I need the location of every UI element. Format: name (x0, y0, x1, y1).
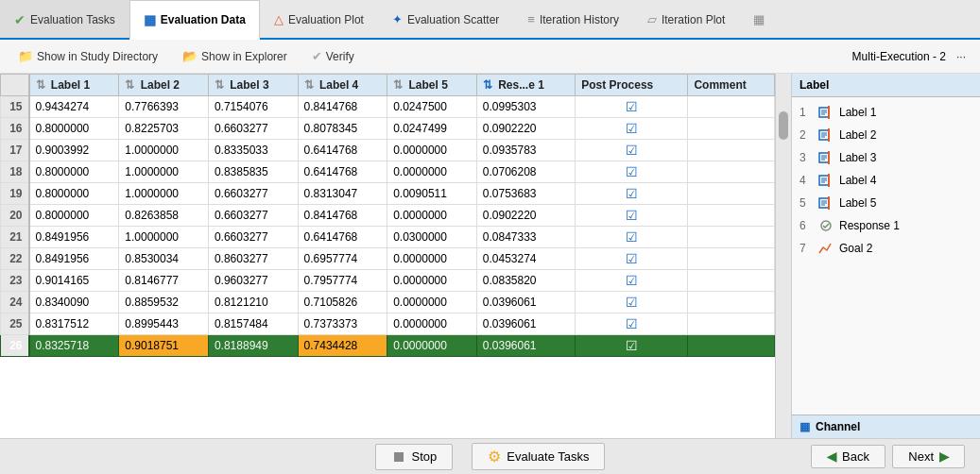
col-header-label1[interactable]: ⇅ Label 1 (29, 75, 119, 96)
comment-cell (688, 270, 775, 292)
panel-item-label-3[interactable]: 3Label 3 (792, 146, 980, 169)
cell-col-5: 0.0847333 (476, 227, 575, 248)
channel-panel[interactable]: ▦ Channel (792, 415, 980, 438)
cell-col-4: 0.0247499 (387, 118, 477, 140)
next-button[interactable]: Next ▶ (892, 445, 965, 468)
back-button[interactable]: ◀ Back (811, 445, 885, 468)
label-panel-header: Label (792, 74, 980, 97)
table-row[interactable]: 200.80000000.82638580.66032770.84147680.… (1, 205, 775, 227)
cell-col-2: 0.6603277 (208, 183, 298, 205)
post-process-checkbox[interactable]: ☑ (576, 140, 688, 161)
col-header-label4[interactable]: ⇅ Label 4 (298, 75, 387, 96)
evaluate-tasks-button[interactable]: ⚙ Evaluate Tasks (472, 443, 605, 470)
post-process-checkbox[interactable]: ☑ (576, 248, 688, 270)
tab-iteration-history[interactable]: ≡ Iteration History (513, 0, 633, 38)
cell-col-4: 0.0000000 (387, 248, 477, 270)
check-icon: ☑ (626, 338, 638, 353)
post-process-checkbox[interactable]: ☑ (576, 205, 688, 227)
post-process-checkbox[interactable]: ☑ (576, 335, 688, 357)
tab-evaluation-plot[interactable]: △ Evaluation Plot (260, 0, 378, 38)
tab-bar: ✔ Evaluation Tasks ▦ Evaluation Data △ E… (0, 0, 980, 40)
panel-item-number: 7 (799, 242, 813, 255)
table-row[interactable]: 150.94342740.77663930.71540760.84147680.… (1, 96, 775, 118)
tab-evaluation-scatter[interactable]: ✦ Evaluation Scatter (378, 0, 513, 38)
panel-item-response-1[interactable]: 6Response 1 (792, 214, 980, 237)
cell-col-3: 0.6414768 (298, 140, 387, 161)
cell-col-5: 0.0396061 (476, 292, 575, 313)
comment-cell (688, 161, 775, 183)
cell-col-3: 0.6414768 (298, 161, 387, 183)
table-row[interactable]: 210.84919561.00000000.66032770.64147680.… (1, 227, 775, 248)
cell-col-4: 0.0000000 (387, 335, 477, 357)
tab-extra[interactable]: ▦ (739, 0, 779, 38)
panel-item-label-4[interactable]: 4Label 4 (792, 169, 980, 192)
col-header-label5[interactable]: ⇅ Label 5 (387, 75, 477, 96)
post-process-checkbox[interactable]: ☑ (576, 292, 688, 313)
post-process-checkbox[interactable]: ☑ (576, 227, 688, 248)
cell-col-2: 0.8157484 (208, 313, 298, 335)
vertical-scrollbar[interactable] (776, 74, 791, 438)
show-explorer-button[interactable]: 📂 Show in Explorer (174, 46, 296, 66)
cell-col-1: 0.8530034 (119, 248, 209, 270)
panel-item-icon (818, 105, 834, 120)
table-row[interactable]: 230.90141650.81467770.96032770.79577740.… (1, 270, 775, 292)
panel-item-label-2[interactable]: 2Label 2 (792, 124, 980, 146)
tab-evaluation-data[interactable]: ▦ Evaluation Data (129, 0, 260, 40)
check-icon: ☑ (626, 99, 638, 114)
post-process-checkbox[interactable]: ☑ (576, 118, 688, 140)
panel-item-label: Label 4 (839, 174, 876, 187)
post-process-checkbox[interactable]: ☑ (576, 161, 688, 183)
tab-evaluation-tasks[interactable]: ✔ Evaluation Tasks (0, 0, 129, 38)
check-icon: ☑ (626, 164, 638, 179)
cell-col-2: 0.8335033 (208, 140, 298, 161)
row-number: 20 (1, 205, 29, 227)
panel-item-label: Response 1 (839, 219, 900, 232)
panel-item-label-5[interactable]: 5Label 5 (792, 192, 980, 214)
col-header-postprocess[interactable]: Post Process (576, 75, 688, 96)
col-header-comment[interactable]: Comment (688, 75, 775, 96)
post-process-checkbox[interactable]: ☑ (576, 270, 688, 292)
table-row[interactable]: 190.80000001.00000000.66032770.83130470.… (1, 183, 775, 205)
tab-iteration-plot[interactable]: ▱ Iteration Plot (633, 0, 739, 38)
col-header-res1[interactable]: ⇅ Res...e 1 (476, 75, 575, 96)
check-icon: ☑ (626, 143, 638, 158)
check-icon: ☑ (626, 251, 638, 266)
table-row[interactable]: 220.84919560.85300340.86032770.69577740.… (1, 248, 775, 270)
table-row[interactable]: 160.80000000.82257030.66032770.80783450.… (1, 118, 775, 140)
scrollbar-thumb[interactable] (779, 111, 788, 140)
panel-item-label-1[interactable]: 1Label 1 (792, 101, 980, 124)
tab-label: Evaluation Plot (288, 13, 364, 26)
comment-cell (688, 227, 775, 248)
table-row[interactable]: 260.83257180.90187510.81889490.74344280.… (1, 335, 775, 357)
post-process-checkbox[interactable]: ☑ (576, 313, 688, 335)
cell-col-3: 0.7105826 (298, 292, 387, 313)
tab-label: Evaluation Tasks (30, 13, 115, 26)
verify-button[interactable]: ✔ Verify (303, 46, 363, 66)
cell-col-3: 0.7373373 (298, 313, 387, 335)
post-process-checkbox[interactable]: ☑ (576, 183, 688, 205)
multi-exec-label: Multi-Execution - 2 (852, 50, 946, 63)
table-row[interactable]: 240.83400900.88595320.81212100.71058260.… (1, 292, 775, 313)
check-icon: ☑ (626, 208, 638, 223)
table-row[interactable]: 170.90039921.00000000.83350330.64147680.… (1, 140, 775, 161)
panel-item-goal-2[interactable]: 7Goal 2 (792, 237, 980, 260)
more-options-button[interactable]: ··· (952, 47, 971, 66)
col-header-label2[interactable]: ⇅ Label 2 (119, 75, 209, 96)
stop-button[interactable]: ⏹ Stop (375, 444, 454, 470)
col-header-label3[interactable]: ⇅ Label 3 (208, 75, 298, 96)
cell-col-5: 0.0706208 (476, 161, 575, 183)
tab-label: Iteration Plot (662, 13, 725, 26)
table-area[interactable]: ⇅ Label 1 ⇅ Label 2 ⇅ Label 3 ⇅ Label 4 (0, 74, 776, 438)
post-process-checkbox[interactable]: ☑ (576, 96, 688, 118)
check-icon: ☑ (626, 273, 638, 288)
cell-col-1: 0.8263858 (119, 205, 209, 227)
table-row[interactable]: 250.83175120.89954430.81574840.73733730.… (1, 313, 775, 335)
back-label: Back (842, 449, 869, 464)
row-number: 21 (1, 227, 29, 248)
cell-col-3: 0.8414768 (298, 96, 387, 118)
table-row[interactable]: 180.80000001.00000000.83858350.64147680.… (1, 161, 775, 183)
cell-col-3: 0.7957774 (298, 270, 387, 292)
cell-col-1: 0.8146777 (119, 270, 209, 292)
show-study-dir-button[interactable]: 📁 Show in Study Directory (9, 46, 166, 66)
panel-item-number: 6 (799, 219, 813, 232)
